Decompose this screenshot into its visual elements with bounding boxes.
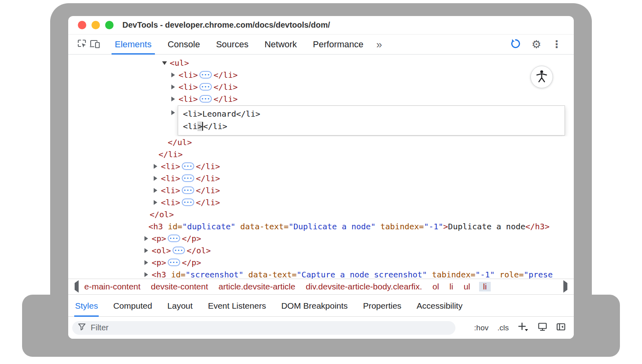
tree-row[interactable]: <p>•••</p>	[68, 257, 574, 269]
toggle-sidebar-button[interactable]	[556, 323, 566, 333]
expand-arrow-icon[interactable]	[171, 73, 175, 77]
tree-row[interactable]: <li>•••</li>	[68, 160, 574, 172]
breadcrumb-item[interactable]: devsite-content	[151, 282, 208, 291]
plus-icon	[518, 326, 529, 334]
breadcrumb-list: e-main-contentdevsite-contentarticle.dev…	[84, 282, 558, 291]
expand-arrow-icon[interactable]	[171, 110, 175, 115]
tree-row[interactable]: <li>•••</li>	[68, 172, 574, 184]
tree-row[interactable]: <li>•••</li>	[68, 93, 574, 105]
tree-row[interactable]: <h3 id="screenshot" data-text="Capture a…	[68, 269, 574, 279]
breadcrumb-scroll-left-button[interactable]	[75, 283, 79, 290]
new-style-rule-button[interactable]	[518, 322, 529, 334]
styles-tab-dom-breakpoints[interactable]: DOM Breakpoints	[281, 295, 348, 317]
expand-arrow-icon[interactable]	[154, 200, 157, 205]
code-token: "screenshot"	[185, 270, 244, 279]
tree-row[interactable]: <li>•••</li>	[68, 184, 574, 196]
inline-expand-button[interactable]: •••	[199, 95, 212, 103]
styles-tab-event-listeners[interactable]: Event Listeners	[208, 295, 266, 317]
tab-performance[interactable]: Performance	[305, 34, 372, 55]
breadcrumb-item[interactable]: div.devsite-article-body.clearfix.	[306, 282, 422, 291]
expand-arrow-icon[interactable]	[154, 188, 157, 193]
code-token: </ol>	[150, 210, 174, 219]
activity-indicator-button[interactable]	[510, 38, 521, 51]
inline-expand-button[interactable]: •••	[182, 198, 194, 206]
code-token: id=	[166, 270, 185, 279]
expand-arrow-icon[interactable]	[144, 272, 148, 277]
inline-expand-button[interactable]: •••	[173, 247, 185, 254]
collapse-arrow-icon[interactable]	[162, 61, 167, 65]
code-token: <li>	[179, 94, 198, 104]
code-token: <p>	[152, 258, 166, 267]
element-classes-button[interactable]: .cls	[498, 324, 509, 332]
tree-row[interactable]: <li>Leonard</li><li></li>	[68, 105, 574, 136]
element-edit-box[interactable]: <li>Leonard</li><li></li>	[178, 105, 565, 135]
inline-expand-button[interactable]: •••	[168, 259, 180, 266]
close-window-button[interactable]	[78, 21, 86, 29]
styles-filter-bar: Filter :hov .cls	[68, 317, 574, 339]
tree-row[interactable]: <li>•••</li>	[68, 69, 574, 81]
styles-tab-computed[interactable]: Computed	[113, 295, 152, 317]
code-token: </li>	[196, 174, 220, 183]
code-token: <ol>	[152, 246, 171, 255]
styles-tab-accessibility[interactable]: Accessibility	[416, 295, 462, 317]
zoom-window-button[interactable]	[105, 21, 114, 29]
breadcrumb-item[interactable]: li	[479, 282, 491, 291]
breadcrumb-item[interactable]: e-main-content	[84, 282, 140, 291]
selected-char: >	[197, 121, 202, 131]
styles-filter-input[interactable]: Filter	[72, 321, 455, 335]
expand-arrow-icon[interactable]	[154, 176, 157, 181]
tree-row[interactable]: </li>	[68, 148, 574, 160]
code-token: "Capture a node screenshot"	[297, 270, 427, 279]
breadcrumb-scroll-right-button[interactable]	[563, 283, 567, 290]
panel-tabs: ElementsConsoleSourcesNetworkPerformance	[107, 34, 372, 55]
expand-arrow-icon[interactable]	[144, 236, 148, 241]
breadcrumb-item[interactable]: article.devsite-article	[219, 282, 295, 291]
code-token: <h3	[148, 222, 163, 231]
tab-sources[interactable]: Sources	[208, 34, 256, 55]
expand-arrow-icon[interactable]	[144, 260, 148, 265]
tab-console[interactable]: Console	[160, 34, 208, 55]
inline-expand-button[interactable]: •••	[199, 71, 212, 79]
more-tabs-button[interactable]: »	[376, 34, 382, 55]
expand-arrow-icon[interactable]	[144, 248, 148, 253]
code-token: id=	[163, 222, 182, 231]
device-toolbar-button[interactable]	[88, 39, 101, 50]
tree-row[interactable]: </ol>	[68, 208, 574, 220]
devtools-toolbar: ElementsConsoleSourcesNetworkPerformance…	[68, 34, 574, 55]
expand-arrow-icon[interactable]	[154, 164, 157, 169]
tree-row[interactable]: <h3 id="duplicate" data-text="Duplicate …	[68, 220, 574, 233]
minimize-window-button[interactable]	[91, 21, 100, 29]
tab-elements[interactable]: Elements	[107, 34, 160, 55]
breadcrumb-item[interactable]: li	[449, 282, 453, 291]
expand-arrow-icon[interactable]	[171, 97, 175, 101]
styles-tab-layout[interactable]: Layout	[167, 295, 193, 317]
filter-funnel-icon	[78, 323, 86, 332]
breadcrumb-item[interactable]: ol	[433, 282, 439, 291]
inline-expand-button[interactable]: •••	[182, 186, 194, 194]
inline-expand-button[interactable]: •••	[182, 162, 194, 170]
toggle-rendering-emulations-button[interactable]	[538, 322, 547, 334]
tree-row[interactable]: <li>•••</li>	[68, 81, 574, 93]
code-token: </li>	[213, 70, 238, 80]
window-title: DevTools - developer.chrome.com/docs/dev…	[122, 20, 330, 30]
expand-arrow-icon[interactable]	[171, 85, 175, 89]
tab-network[interactable]: Network	[256, 34, 305, 55]
styles-tab-styles[interactable]: Styles	[75, 295, 98, 317]
kebab-menu-icon[interactable]: ⋮	[552, 39, 562, 49]
toggle-element-state-button[interactable]: :hov	[474, 324, 489, 332]
tree-row[interactable]: <ol>•••</ol>	[68, 245, 574, 257]
inline-expand-button[interactable]: •••	[199, 83, 212, 91]
tree-row[interactable]: <ul>	[68, 57, 574, 69]
inspect-cursor-icon	[77, 38, 87, 51]
inline-expand-button[interactable]: •••	[182, 174, 194, 182]
settings-gear-icon[interactable]: ⚙	[532, 39, 541, 50]
tree-row[interactable]: <p>•••</p>	[68, 233, 574, 245]
tree-row[interactable]: </ul>	[68, 136, 574, 148]
inspect-element-button[interactable]	[75, 38, 88, 51]
breadcrumb-item[interactable]: ul	[463, 282, 470, 291]
tree-row[interactable]: <li>•••</li>	[68, 196, 574, 208]
accessibility-button[interactable]	[530, 66, 553, 88]
code-token: </li>	[158, 150, 183, 159]
styles-tab-properties[interactable]: Properties	[363, 295, 402, 317]
inline-expand-button[interactable]: •••	[168, 235, 180, 242]
